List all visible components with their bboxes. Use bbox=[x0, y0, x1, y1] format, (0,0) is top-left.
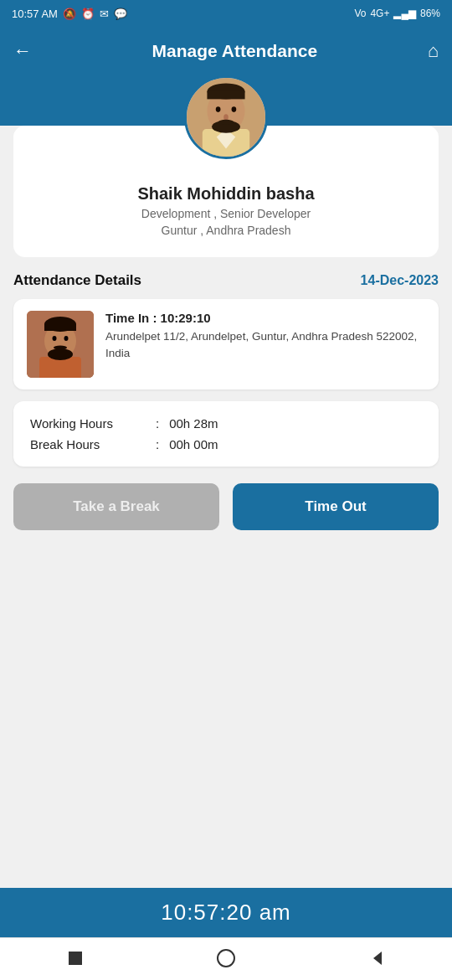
nav-home-button[interactable] bbox=[214, 946, 238, 970]
timein-info: Time In : 10:29:10 Arundelpet 11/2, Arun… bbox=[105, 311, 425, 363]
svg-rect-16 bbox=[44, 324, 76, 331]
battery-icon: 86% bbox=[420, 8, 440, 19]
nav-bar bbox=[0, 937, 452, 980]
main-content: Attendance Details 14-Dec-2023 bbox=[0, 257, 452, 888]
signal-bars: ▂▄▆ bbox=[393, 8, 416, 19]
svg-rect-21 bbox=[69, 952, 82, 965]
attendance-section-title: Attendance Details bbox=[13, 272, 141, 289]
svg-rect-6 bbox=[207, 91, 244, 99]
profile-location: Guntur , Andhra Pradesh bbox=[162, 224, 291, 237]
avatar bbox=[184, 75, 268, 159]
svg-point-22 bbox=[218, 950, 234, 967]
home-button[interactable]: ⌂ bbox=[428, 40, 439, 62]
signal-icon: 4G+ bbox=[370, 8, 389, 19]
profile-section bbox=[0, 75, 452, 126]
break-hours-value: 00h 00m bbox=[169, 437, 218, 451]
svg-point-20 bbox=[54, 346, 67, 350]
working-hours-row: Working Hours : 00h 28m bbox=[30, 416, 422, 431]
time-out-button[interactable]: Time Out bbox=[233, 483, 439, 530]
current-time: 10:57:20 am bbox=[161, 900, 291, 925]
header: ← Manage Attendance ⌂ bbox=[0, 27, 452, 75]
mute-icon: 🔕 bbox=[63, 8, 76, 20]
svg-point-11 bbox=[218, 120, 234, 125]
take-break-button[interactable]: Take a Break bbox=[13, 483, 219, 530]
profile-name: Shaik Mohiddin basha bbox=[137, 184, 314, 204]
break-hours-row: Break Hours : 00h 00m bbox=[30, 437, 422, 451]
working-hours-label: Working Hours bbox=[30, 416, 156, 431]
bottom-time-bar: 10:57:20 am bbox=[0, 888, 452, 937]
alarm-icon: ⏰ bbox=[81, 8, 95, 20]
profile-role: Development , Senior Developer bbox=[141, 207, 311, 220]
network-icon: Vo bbox=[354, 8, 366, 19]
action-buttons: Take a Break Time Out bbox=[13, 483, 439, 530]
hours-card: Working Hours : 00h 28m Break Hours : 00… bbox=[13, 401, 439, 467]
page-title: Manage Attendance bbox=[42, 41, 428, 61]
svg-point-19 bbox=[64, 336, 69, 341]
svg-point-10 bbox=[223, 114, 229, 121]
timein-photo bbox=[27, 311, 94, 378]
working-hours-value: 00h 28m bbox=[169, 416, 218, 431]
status-right: Vo 4G+ ▂▄▆ 86% bbox=[354, 8, 440, 19]
nav-back-button[interactable] bbox=[365, 946, 388, 970]
timein-time: Time In : 10:29:10 bbox=[105, 311, 425, 325]
svg-point-8 bbox=[216, 106, 221, 112]
svg-point-17 bbox=[48, 348, 73, 360]
back-button[interactable]: ← bbox=[13, 40, 32, 62]
status-left: 10:57 AM 🔕 ⏰ ✉ 💬 bbox=[12, 8, 127, 20]
timein-address: Arundelpet 11/2, Arundelpet, Guntur, And… bbox=[105, 328, 425, 363]
svg-point-9 bbox=[232, 106, 237, 112]
svg-marker-23 bbox=[373, 952, 382, 965]
attendance-header: Attendance Details 14-Dec-2023 bbox=[13, 272, 439, 289]
chat-icon: 💬 bbox=[114, 8, 127, 20]
working-hours-colon: : bbox=[156, 416, 159, 431]
status-time: 10:57 AM bbox=[12, 8, 58, 20]
break-hours-label: Break Hours bbox=[30, 437, 156, 451]
nav-stop-button[interactable] bbox=[64, 946, 87, 970]
break-hours-colon: : bbox=[156, 437, 159, 451]
attendance-date: 14-Dec-2023 bbox=[361, 273, 439, 288]
message-icon: ✉ bbox=[100, 8, 109, 20]
svg-point-18 bbox=[53, 336, 57, 341]
status-bar: 10:57 AM 🔕 ⏰ ✉ 💬 Vo 4G+ ▂▄▆ 86% bbox=[0, 0, 452, 27]
timein-card: Time In : 10:29:10 Arundelpet 11/2, Arun… bbox=[13, 299, 439, 389]
